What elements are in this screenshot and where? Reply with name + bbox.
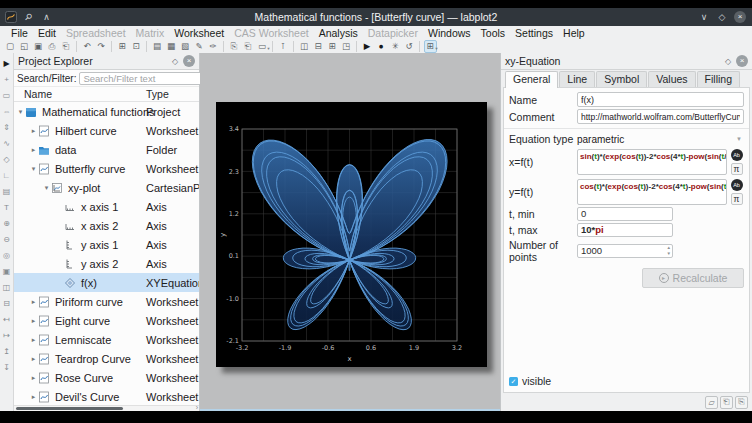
zoom-fit-page-button[interactable]: ▣: [1, 263, 13, 279]
tree-row-rose-curve[interactable]: ▸Rose CurveWorksheet: [14, 368, 199, 387]
dropdown-arrow-icon[interactable]: ▼: [435, 46, 439, 51]
t-min-field[interactable]: 0: [577, 207, 673, 221]
number-of-points-spinbox[interactable]: 1000 ▲▼: [577, 244, 673, 258]
print-preview-button[interactable]: ⎗: [60, 40, 73, 53]
tree-row-y-axis-1[interactable]: y axis 1Axis: [14, 235, 199, 254]
shift-right-x-button[interactable]: ↦: [1, 327, 13, 343]
close-dock-icon[interactable]: ×: [183, 55, 195, 67]
tab-line[interactable]: Line: [559, 71, 595, 87]
new-worksheet-button[interactable]: ▧: [179, 40, 192, 53]
zoom-origin-button[interactable]: ◎: [1, 247, 13, 263]
expander-icon[interactable]: ▾: [29, 165, 38, 173]
new-datapicker-button[interactable]: ✑: [207, 40, 220, 53]
menu-item-analysis[interactable]: Analysis: [314, 27, 363, 39]
new-image-button[interactable]: ▭▼: [256, 40, 269, 53]
butterfly-curve-plot[interactable]: -3.2-1.9-0.60.61.93.23.42.31.20.1-1.0-2.…: [216, 102, 487, 367]
new-project-button[interactable]: ▢: [4, 40, 17, 53]
break-layout-button[interactable]: ◳: [340, 40, 353, 53]
zoom-x-select-button[interactable]: ⇔: [1, 103, 13, 119]
expander-icon[interactable]: ▾: [16, 108, 25, 116]
zoom-select-mode-button[interactable]: ✳: [389, 40, 402, 53]
app-icon[interactable]: [3, 10, 18, 24]
add-text-label-button[interactable]: T: [1, 199, 13, 215]
save-template-button[interactable]: ⎗: [720, 396, 733, 409]
tree-row-f-x[interactable]: f(x)XYEquationCurve: [14, 273, 199, 292]
menu-item-help[interactable]: Help: [558, 27, 590, 39]
add-equation-curve-button[interactable]: ◇: [1, 151, 13, 167]
new-folder-button[interactable]: ⊞: [116, 40, 129, 53]
tree-row-piriform-curve[interactable]: ▸Piriform curveWorksheet: [14, 292, 199, 311]
float-dock-icon[interactable]: ◇: [169, 57, 181, 66]
tab-symbol[interactable]: Symbol: [596, 71, 647, 87]
tree-row-x-axis-1[interactable]: x axis 1Axis: [14, 197, 199, 216]
import-file-button[interactable]: ⎗: [242, 40, 255, 53]
tree-row-xy-plot[interactable]: ▾xy-plotCartesianPlot: [14, 178, 199, 197]
search-input[interactable]: [79, 72, 219, 85]
column-name[interactable]: Name: [24, 88, 52, 100]
x-equation-field[interactable]: sin(t)*(exp(cos(t))-2*cos(4*t)-pow(sin(t…: [577, 149, 727, 175]
zoom-fit-height-button[interactable]: ⊟: [1, 295, 13, 311]
print-button[interactable]: ⎙: [46, 40, 59, 53]
zoom-out-button[interactable]: ⊖: [1, 231, 13, 247]
expander-icon[interactable]: ▾: [42, 184, 51, 192]
expander-icon[interactable]: ▸: [29, 355, 38, 363]
t-max-field[interactable]: 10*pi: [577, 223, 673, 237]
pin-icon[interactable]: ⚲: [18, 8, 39, 27]
open-project-button[interactable]: ◱: [18, 40, 31, 53]
vertical-layout-button[interactable]: ◫: [298, 40, 311, 53]
zoom-y-select-button[interactable]: ⇕: [1, 119, 13, 135]
magnification-button[interactable]: ⊞▼: [424, 40, 437, 53]
zoom-select-button[interactable]: ▭: [1, 87, 13, 103]
new-live-data-button[interactable]: ⎘: [228, 40, 241, 53]
navigate-mode-button[interactable]: ●: [375, 40, 388, 53]
equation-type-select[interactable]: parametric ▼: [577, 134, 744, 145]
menu-item-settings[interactable]: Settings: [510, 27, 558, 39]
scroll-right-icon[interactable]: ›: [196, 404, 198, 411]
shift-down-y-button[interactable]: ↧: [1, 359, 13, 375]
menu-item-edit[interactable]: Edit: [33, 27, 61, 39]
expander-icon[interactable]: ▸: [29, 374, 38, 382]
tree-row-x-axis-2[interactable]: x axis 2Axis: [14, 216, 199, 235]
undo-button[interactable]: ↶: [81, 40, 94, 53]
y-equation-field[interactable]: cos(t)*(exp(cos(t))-2*cos(4*t)-pow(sin(t…: [577, 179, 727, 205]
expander-icon[interactable]: ▸: [29, 336, 38, 344]
tree-row-hilbert-curve[interactable]: ▸Hilbert curveWorksheet: [14, 121, 199, 140]
tree-row-data[interactable]: ▸dataFolder: [14, 140, 199, 159]
scrollbar-thumb[interactable]: [16, 407, 123, 410]
maximize-icon[interactable]: ◇: [716, 12, 728, 22]
spinner-arrows-icon[interactable]: ▲▼: [667, 245, 671, 257]
new-notes-button[interactable]: ✎: [193, 40, 206, 53]
redo-button[interactable]: ↷: [95, 40, 108, 53]
tab-filling[interactable]: Filling: [697, 71, 740, 87]
tree-row-devil-s-curve[interactable]: ▸Devil's CurveWorksheet: [14, 387, 199, 405]
zoom-fit-width-button[interactable]: ◫: [1, 279, 13, 295]
save-project-button[interactable]: ▣: [32, 40, 45, 53]
float-dock-icon[interactable]: ◇: [722, 57, 734, 66]
close-dock-icon[interactable]: ×: [736, 55, 748, 67]
insert-function-button[interactable]: Ab: [731, 179, 743, 191]
insert-function-button[interactable]: Ab: [731, 149, 743, 161]
insert-constant-button[interactable]: π: [731, 163, 743, 175]
worksheet-page[interactable]: -3.2-1.9-0.60.61.93.23.42.31.20.1-1.0-2.…: [216, 102, 487, 367]
new-workbook-button[interactable]: ⊡: [130, 40, 143, 53]
menu-item-tools[interactable]: Tools: [476, 27, 511, 39]
copy-properties-button[interactable]: ⎘: [735, 396, 748, 409]
collapse-toolbar-icon[interactable]: ∧: [39, 10, 54, 24]
tree-row-y-axis-2[interactable]: y axis 2Axis: [14, 254, 199, 273]
horizontal-layout-button[interactable]: ⊟: [312, 40, 325, 53]
grid-layout-button[interactable]: ⊞: [326, 40, 339, 53]
minimize-icon[interactable]: ∨: [698, 12, 710, 22]
horizontal-scrollbar[interactable]: ›: [14, 405, 199, 411]
column-type[interactable]: Type: [146, 88, 169, 100]
tab-general[interactable]: General: [505, 71, 558, 88]
expander-icon[interactable]: ▸: [29, 393, 38, 401]
visible-checkbox[interactable]: ✓: [509, 377, 518, 386]
tree-row-lemniscate[interactable]: ▸LemniscateWorksheet: [14, 330, 199, 349]
menu-item-file[interactable]: File: [6, 27, 33, 39]
tree-row-mathematical-functions[interactable]: ▾Mathematical functionsProject: [14, 102, 199, 121]
shift-left-x-button[interactable]: ↤: [1, 311, 13, 327]
text-label-button[interactable]: ⊺: [277, 40, 290, 53]
tree-row-eight-curve[interactable]: ▸Eight curveWorksheet: [14, 311, 199, 330]
tree-row-teardrop-curve[interactable]: ▸Teardrop CurveWorksheet: [14, 349, 199, 368]
expander-icon[interactable]: ▸: [29, 127, 38, 135]
